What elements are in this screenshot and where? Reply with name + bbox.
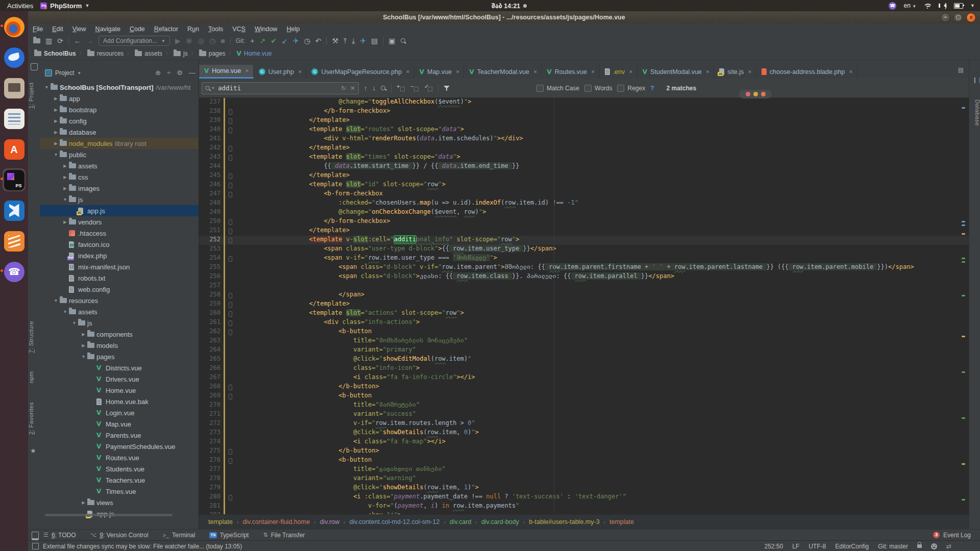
remove-occurrence-icon[interactable]: [410, 84, 419, 92]
menu-view[interactable]: View: [68, 26, 91, 33]
menu-window[interactable]: Window: [250, 26, 282, 33]
menu-code[interactable]: Code: [125, 26, 150, 33]
forward-icon[interactable]: →: [86, 37, 93, 44]
tree-item-SchoolBus[interactable]: ▼SchoolBus [SchoolTransport] /var/www/ht: [40, 82, 199, 93]
collapse-all-icon[interactable]: ÷: [167, 69, 170, 77]
fold-marker[interactable]: [225, 447, 235, 456]
tree-item-views[interactable]: ▶views: [40, 497, 199, 508]
dock-software[interactable]: A: [3, 138, 26, 161]
tab-choose-address.blade.php[interactable]: choose-address.blade.php✕: [756, 65, 857, 79]
debug-icon[interactable]: ֎: [186, 37, 193, 44]
tree-expand-icon[interactable]: ▶: [52, 118, 60, 123]
find-all-icon[interactable]: [381, 86, 386, 91]
fold-marker[interactable]: [225, 493, 235, 502]
next-match-icon[interactable]: ↓: [373, 84, 376, 92]
fold-marker[interactable]: [225, 107, 235, 116]
tree-item-Map.vue[interactable]: VMap.vue: [40, 418, 199, 430]
toolwindow-9-version-control[interactable]: ⌥9: Version Control: [90, 532, 148, 539]
search-input[interactable]: ▼ additi ↻ ✕: [202, 82, 359, 94]
tab-list-icon[interactable]: ▤: [958, 66, 964, 73]
fold-marker[interactable]: [225, 392, 235, 401]
git-add-icon[interactable]: +: [250, 37, 254, 44]
wifi-icon[interactable]: [923, 3, 932, 9]
highlighting-level-icon[interactable]: [931, 543, 937, 549]
deploy-icon[interactable]: ✈: [360, 37, 366, 44]
fold-marker[interactable]: [225, 126, 235, 135]
tab-.env[interactable]: .env✕: [600, 65, 638, 79]
menu-edit[interactable]: Edit: [47, 26, 68, 33]
fold-marker[interactable]: [225, 309, 235, 318]
tree-item-Parents.vue[interactable]: VParents.vue: [40, 430, 199, 441]
history-icon[interactable]: ◷: [304, 37, 310, 44]
tree-item-index.php[interactable]: PHPindex.php: [40, 250, 199, 261]
sync-icon[interactable]: ⟳: [57, 37, 63, 44]
tree-item-Districts.vue[interactable]: VDistricts.vue: [40, 362, 199, 373]
tool-window-icon[interactable]: [31, 63, 38, 70]
tab-Map.vue[interactable]: VMap.vue✕: [414, 65, 464, 79]
tree-item-node_modules[interactable]: ▶node_modules library root: [40, 138, 199, 149]
tree-item-robots.txt[interactable]: robots.txt: [40, 272, 199, 284]
sidebar-item-structure[interactable]: 7: Structure: [28, 312, 40, 361]
filter-icon[interactable]: [444, 85, 450, 91]
tree-expand-icon[interactable]: ▼: [80, 354, 87, 359]
menu-refactor[interactable]: Refactor: [150, 26, 183, 33]
git-branch[interactable]: Git: master: [878, 543, 908, 550]
stop-icon[interactable]: ■: [220, 37, 225, 44]
breadcrumb-item[interactable]: pages: [199, 50, 226, 57]
element-breadcrumb-item[interactable]: template: [208, 518, 233, 525]
fold-marker[interactable]: [225, 291, 235, 300]
activities-button[interactable]: Activities: [0, 2, 40, 10]
menu-tools[interactable]: Tools: [204, 26, 228, 33]
tree-expand-icon[interactable]: ▶: [52, 141, 60, 146]
breadcrumb-item[interactable]: assets: [135, 50, 162, 57]
tree-item-web.config[interactable]: web.config: [40, 284, 199, 295]
git-commit-icon[interactable]: ✔: [271, 37, 277, 44]
toolwindow-typescript[interactable]: TSTypeScript: [209, 532, 249, 539]
editorconfig-indicator[interactable]: EditorConfig: [835, 543, 869, 550]
tab-TeacherModal.vue[interactable]: VTeacherModal.vue✕: [464, 65, 542, 79]
clear-search-icon[interactable]: ✕: [350, 85, 355, 92]
search-everywhere-icon[interactable]: [401, 38, 406, 43]
wrench-icon[interactable]: ⚒: [332, 37, 338, 44]
git-pull-icon[interactable]: ↙: [282, 37, 288, 44]
sidebar-item-favorites[interactable]: 2: Favorites: [28, 393, 40, 444]
back-icon[interactable]: ←: [74, 37, 81, 44]
element-breadcrumb-item[interactable]: b-table#users-table.my-3: [529, 518, 599, 525]
tree-expand-icon[interactable]: ▼: [70, 320, 78, 325]
tree-item-bootstrap[interactable]: ▶bootstrap: [40, 104, 199, 115]
code-editor[interactable]: 237 @change="toggleAllCheckbox($event)">…: [199, 98, 969, 514]
tree-item-js[interactable]: ▼js: [40, 194, 199, 205]
close-button[interactable]: x: [966, 13, 976, 22]
tree-item-Times.vue[interactable]: VTimes.vue: [40, 486, 199, 497]
tree-item-Home.vue.bak[interactable]: Home.vue.bak: [40, 396, 199, 407]
close-tab-icon[interactable]: ✕: [533, 69, 537, 74]
close-tab-icon[interactable]: ✕: [591, 69, 595, 74]
sidebar-item-npm[interactable]: npm: [28, 364, 40, 390]
dock-viber[interactable]: ☎: [3, 260, 26, 283]
fold-marker[interactable]: [225, 318, 235, 328]
rollback-icon[interactable]: ↶: [315, 37, 322, 44]
toolwindow-6-todo[interactable]: ☰6: TODO: [43, 532, 76, 539]
tree-expand-icon[interactable]: ▼: [52, 152, 60, 157]
tree-item-components[interactable]: ▶components: [40, 329, 199, 340]
menu-run[interactable]: Run: [183, 26, 204, 33]
dock-writer[interactable]: [3, 107, 26, 130]
inspections-widget[interactable]: [739, 90, 772, 98]
add-occurrence-icon[interactable]: [397, 84, 405, 92]
tree-expand-icon[interactable]: ▶: [61, 186, 69, 191]
toolwindow-toggle-icon[interactable]: [32, 532, 39, 540]
line-separator[interactable]: LF: [792, 543, 799, 550]
tree-expand-icon[interactable]: ▶: [61, 219, 69, 224]
search-history-icon[interactable]: ↻: [341, 85, 346, 92]
tree-expand-icon[interactable]: ▼: [43, 85, 51, 90]
tree-item-Home.vue[interactable]: VHome.vue: [40, 385, 199, 396]
caret-position[interactable]: 252:50: [764, 543, 783, 550]
fold-marker[interactable]: [225, 456, 235, 465]
tree-item-app[interactable]: ▶app: [40, 93, 199, 104]
element-breadcrumb-item[interactable]: div.content.col-md-12.col-sm-12: [349, 518, 439, 525]
tree-item-public[interactable]: ▼public: [40, 149, 199, 160]
tree-item-assets[interactable]: ▼assets: [40, 306, 199, 317]
match-case-checkbox[interactable]: Match Case: [536, 85, 579, 92]
tree-item-database[interactable]: ▶database: [40, 127, 199, 138]
current-app-menu[interactable]: PS PhpStorm ▼: [40, 2, 89, 10]
